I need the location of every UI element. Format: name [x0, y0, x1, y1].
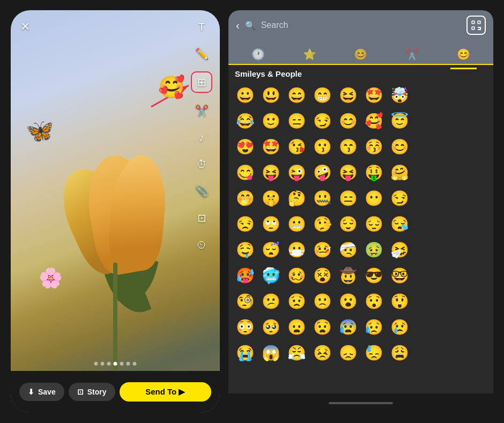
emoji-slightly-smiling[interactable]: 🙂: [258, 108, 283, 133]
sticker-flower[interactable]: 🌸: [39, 267, 63, 289]
emoji-zany[interactable]: 🤪: [310, 160, 335, 185]
emoji-astonished[interactable]: 😲: [387, 289, 412, 313]
emoji-laughing[interactable]: 😆: [336, 83, 360, 107]
emoji-grinning[interactable]: 😀: [233, 83, 257, 107]
snapcode-button[interactable]: [466, 16, 486, 35]
back-button[interactable]: ‹: [236, 19, 240, 32]
emoji-roll-eyes[interactable]: 🙄: [258, 212, 283, 236]
emoji-starstruck[interactable]: 🤩: [258, 134, 283, 159]
emoji-nauseated[interactable]: 🤢: [361, 237, 386, 262]
emoji-lying[interactable]: 🤥: [310, 212, 335, 236]
emoji-sleepy[interactable]: 😪: [387, 212, 412, 236]
emoji-cold[interactable]: 🥶: [258, 263, 283, 288]
emoji-thinking[interactable]: 🤔: [284, 186, 309, 210]
text-tool[interactable]: T: [192, 18, 211, 36]
emoji-disappointed-relieved[interactable]: 😥: [361, 315, 386, 339]
send-button[interactable]: Send To ▶: [120, 382, 212, 402]
emoji-cry[interactable]: 😢: [387, 315, 412, 339]
emoji-persevering[interactable]: 😣: [310, 340, 335, 365]
emoji-confounded[interactable]: 😤: [284, 340, 309, 365]
emoji-weary[interactable]: 😩: [387, 340, 412, 365]
sticker-butterfly[interactable]: 🦋: [26, 118, 54, 144]
emoji-blush2[interactable]: 😊: [387, 134, 412, 159]
emoji-monocle[interactable]: 🧐: [233, 289, 257, 313]
emoji-joy[interactable]: 😂: [233, 108, 257, 133]
emoji-anguished[interactable]: 😦: [284, 315, 309, 339]
emoji-hand-over-mouth[interactable]: 🤭: [233, 186, 257, 210]
emoji-hushed[interactable]: 😯: [361, 289, 386, 313]
emoji-neutral[interactable]: 😑: [284, 108, 309, 133]
emoji-relieved[interactable]: 😌: [336, 212, 360, 236]
emoji-cowboy[interactable]: 🤠: [336, 263, 360, 288]
emoji-kissing-heart[interactable]: 😘: [284, 134, 309, 159]
emoji-sunglasses[interactable]: 😎: [361, 263, 386, 288]
emoji-no-mouth[interactable]: 😶: [361, 186, 386, 210]
emoji-worried[interactable]: 😟: [284, 289, 309, 313]
emoji-zipper[interactable]: 🤐: [310, 186, 335, 210]
emoji-woozy[interactable]: 🥴: [284, 263, 309, 288]
emoji-sleeping[interactable]: 😴: [258, 237, 283, 262]
emoji-blush[interactable]: 😊: [336, 108, 360, 133]
emoji-grimace[interactable]: 😬: [284, 212, 309, 236]
emoji-expressionless[interactable]: 😑: [336, 186, 360, 210]
emoji-smile[interactable]: 😄: [284, 83, 309, 107]
tab-active[interactable]: 😊: [450, 45, 477, 64]
sticker-tool[interactable]: ⊞: [191, 71, 212, 93]
emoji-money[interactable]: 🤑: [361, 160, 386, 185]
emoji-pleading[interactable]: 🥺: [258, 315, 283, 339]
emoji-drooling[interactable]: 🤤: [233, 237, 257, 262]
emoji-smiley[interactable]: 😃: [258, 83, 283, 107]
emoji-dizzy[interactable]: 😵: [310, 263, 335, 288]
emoji-open-mouth[interactable]: 😮: [336, 289, 360, 313]
emoji-scream[interactable]: 😱: [258, 340, 283, 365]
scissors-tool[interactable]: ✂️: [192, 101, 211, 120]
emoji-yum[interactable]: 😋: [233, 160, 257, 185]
emoji-exploding[interactable]: 🤯: [387, 83, 412, 107]
emoji-halo[interactable]: 😇: [387, 108, 412, 133]
emoji-pensive[interactable]: 😔: [361, 212, 386, 236]
emoji-disappointed[interactable]: 😞: [336, 340, 360, 365]
emoji-hugging[interactable]: 🤗: [387, 160, 412, 185]
emoji-nerd[interactable]: 🤓: [387, 263, 412, 288]
emoji-flushed[interactable]: 😳: [233, 315, 257, 339]
emoji-star-struck[interactable]: 🤩: [361, 83, 386, 107]
music-tool[interactable]: ♪: [192, 128, 211, 147]
story-button[interactable]: ⊡ Story: [69, 383, 115, 401]
search-input[interactable]: Search: [261, 20, 461, 30]
tab-smileys[interactable]: 😊: [347, 45, 374, 64]
emoji-thermometer[interactable]: 🤒: [310, 237, 335, 262]
emoji-kissing-smiling[interactable]: 😙: [336, 134, 360, 159]
emoji-smirk[interactable]: 😏: [310, 108, 335, 133]
emoji-confused[interactable]: 😕: [258, 289, 283, 313]
timer-tool[interactable]: ⏱: [192, 155, 211, 173]
save-button[interactable]: ⬇ Save: [19, 383, 64, 401]
emoji-grin[interactable]: 😁: [310, 83, 335, 107]
emoji-kissing[interactable]: 😗: [310, 134, 335, 159]
emoji-hot[interactable]: 🥵: [233, 263, 257, 288]
tab-favorites[interactable]: ⭐: [297, 45, 323, 64]
tab-recent[interactable]: 🕐: [245, 45, 271, 64]
emoji-cold-sweat[interactable]: 😰: [336, 315, 360, 339]
sticker-heart-face[interactable]: 🥰: [158, 75, 185, 100]
emoji-heart-eyes[interactable]: 😍: [233, 134, 257, 159]
emoji-bandage[interactable]: 🤕: [336, 237, 360, 262]
emoji-frown[interactable]: 🙁: [310, 289, 335, 313]
emoji-shush[interactable]: 🤫: [258, 186, 283, 210]
crop-tool[interactable]: ⊡: [192, 209, 211, 227]
emoji-hearts[interactable]: 🥰: [361, 108, 386, 133]
emoji-stuck-out[interactable]: 😝: [258, 160, 283, 185]
emoji-unamused[interactable]: 😒: [233, 212, 257, 236]
countdown-tool[interactable]: ⏲: [192, 236, 211, 254]
pen-tool[interactable]: ✏️: [192, 45, 211, 63]
emoji-smirking[interactable]: 😏: [387, 186, 412, 210]
link-tool[interactable]: 📎: [192, 182, 211, 200]
emoji-mask[interactable]: 😷: [284, 237, 309, 262]
emoji-wink[interactable]: 😜: [284, 160, 309, 185]
emoji-sweat[interactable]: 😓: [361, 340, 386, 365]
tab-scissors[interactable]: ✂️: [399, 45, 425, 64]
emoji-fearful[interactable]: 😧: [310, 315, 335, 339]
close-button[interactable]: ✕: [20, 20, 30, 34]
emoji-kissing-closed[interactable]: 😚: [361, 134, 386, 159]
emoji-sneezing[interactable]: 🤧: [387, 237, 412, 262]
emoji-squinting[interactable]: 😝: [336, 160, 360, 185]
